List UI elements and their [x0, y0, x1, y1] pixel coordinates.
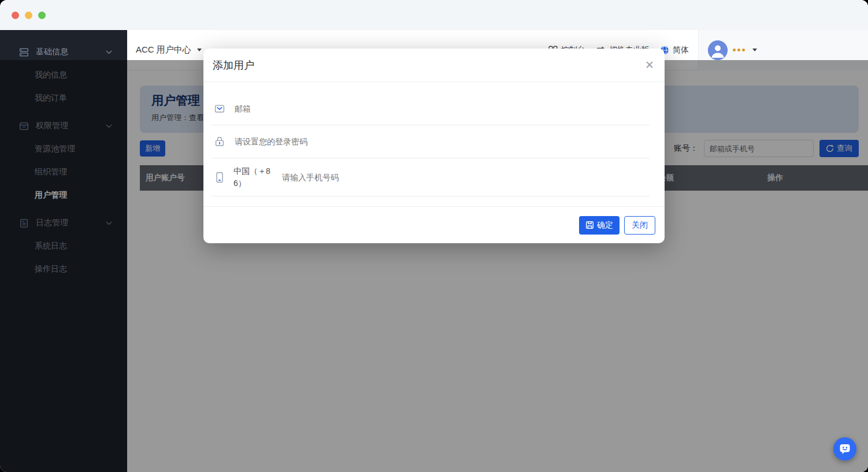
email-field-row	[212, 92, 650, 125]
zoom-window-button[interactable]	[38, 12, 46, 19]
modal-title: 添加用户	[213, 58, 254, 72]
phone-input[interactable]	[281, 172, 650, 183]
confirm-label: 确定	[597, 220, 613, 231]
chat-fab-button[interactable]	[833, 437, 856, 460]
country-code-select[interactable]: 中国（＋86）	[233, 165, 273, 189]
envelope-icon	[214, 103, 225, 114]
modal-body: 中国（＋86）	[203, 82, 665, 206]
close-window-button[interactable]	[12, 12, 19, 19]
window-titlebar	[0, 0, 868, 30]
chevron-down-icon[interactable]	[752, 49, 757, 51]
dot-icon	[733, 49, 736, 51]
modal-footer: 确定 关闭	[203, 206, 665, 243]
dot-icon	[742, 49, 745, 51]
chat-smiley-icon	[838, 442, 852, 456]
save-icon	[585, 221, 594, 229]
lock-icon	[214, 136, 225, 147]
password-input[interactable]	[233, 136, 650, 147]
servers-icon	[19, 47, 29, 57]
language-label: 简体	[673, 45, 689, 55]
mobile-phone-icon	[214, 172, 225, 183]
confirm-button[interactable]: 确定	[579, 216, 620, 235]
user-menu-dots[interactable]	[733, 49, 745, 51]
chevron-down-icon	[106, 50, 112, 54]
email-input[interactable]	[233, 103, 650, 114]
chevron-down-icon	[197, 49, 202, 51]
browser-window: 基础信息我的信息我的订单权限管理资源池管理组织管理用户管理日志管理系统日志操作日…	[0, 0, 868, 472]
user-avatar[interactable]	[708, 40, 728, 60]
password-field-row	[212, 125, 650, 158]
add-user-modal: 添加用户 ✕ 中国（＋86）	[203, 49, 665, 243]
minimize-window-button[interactable]	[25, 12, 32, 19]
brand-label: ACC 用户中心	[136, 44, 191, 55]
dot-icon	[737, 49, 740, 51]
traffic-lights	[12, 12, 46, 19]
phone-field-row: 中国（＋86）	[212, 158, 650, 196]
cancel-button[interactable]: 关闭	[624, 216, 655, 235]
modal-header: 添加用户 ✕	[203, 49, 665, 82]
close-icon[interactable]: ✕	[645, 60, 654, 70]
sidebar-group-label: 基础信息	[36, 47, 68, 57]
product-switcher[interactable]: ACC 用户中心	[127, 44, 202, 55]
